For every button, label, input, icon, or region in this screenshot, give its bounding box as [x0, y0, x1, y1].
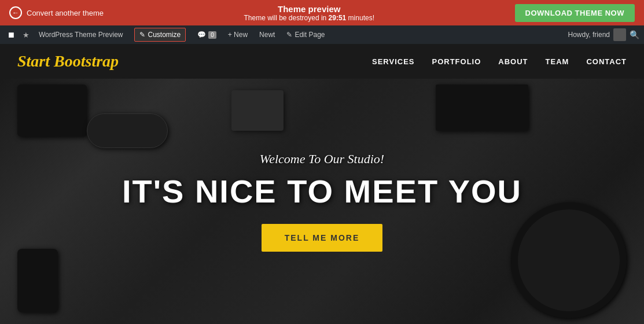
newt-item[interactable]: Newt	[255, 25, 279, 44]
site-header: Start Bootstrap SERVICES PORTFOLIO ABOUT…	[0, 44, 644, 79]
avatar[interactable]	[613, 28, 626, 41]
new-label: + New	[228, 31, 248, 39]
admin-bar: ■ ★ WordPress Theme Preview ✎ Customize …	[0, 25, 644, 44]
site-nav: SERVICES PORTFOLIO ABOUT TEAM CONTACT	[372, 57, 627, 66]
deco-book	[436, 84, 528, 131]
pencil-icon: ✎	[139, 31, 145, 39]
nav-contact[interactable]: CONTACT	[586, 57, 627, 66]
deco-bowtie	[231, 90, 284, 131]
deco-belt	[511, 203, 627, 318]
subtitle-pre: Theme will be destroyed in	[244, 14, 329, 22]
hero-subtitle: Welcome To Our Studio!	[122, 152, 522, 167]
admin-bar-left: ■ ★ WordPress Theme Preview ✎ Customize …	[5, 25, 566, 44]
comment-count: 0	[208, 31, 216, 39]
banner-left: ← Convert another theme	[9, 6, 104, 19]
subtitle-post: minutes!	[346, 14, 374, 22]
edit-icon: ✎	[286, 31, 292, 39]
top-banner: ← Convert another theme Theme preview Th…	[0, 0, 644, 25]
site-logo[interactable]: Start Bootstrap	[17, 52, 119, 71]
new-item[interactable]: + New	[223, 25, 252, 44]
deco-wallet	[17, 84, 87, 137]
deco-phone	[17, 249, 58, 312]
admin-bar-right: Howdy, friend 🔍	[568, 28, 639, 41]
nav-services[interactable]: SERVICES	[372, 57, 415, 66]
convert-label[interactable]: Convert another theme	[27, 9, 104, 17]
nav-portfolio[interactable]: PORTFOLIO	[432, 57, 481, 66]
search-icon[interactable]: 🔍	[630, 30, 639, 39]
wordpress-icon[interactable]: ■	[5, 29, 18, 41]
banner-title: Theme preview	[244, 4, 374, 14]
banner-right: DOWNLOAD THEME NOW	[515, 4, 635, 22]
hero-section: Welcome To Our Studio! IT'S NICE TO MEET…	[0, 79, 644, 324]
banner-center: Theme preview Theme will be destroyed in…	[244, 4, 374, 22]
theme-preview-label: WordPress Theme Preview	[39, 31, 123, 39]
theme-preview-item[interactable]: WordPress Theme Preview	[34, 25, 128, 44]
countdown: 29:51	[329, 14, 347, 22]
banner-subtitle: Theme will be destroyed in 29:51 minutes…	[244, 14, 374, 22]
customize-label: Customize	[148, 31, 181, 39]
nav-team[interactable]: TEAM	[546, 57, 569, 66]
site-icon[interactable]: ★	[20, 31, 32, 39]
newt-label: Newt	[259, 31, 275, 39]
comments-item[interactable]: 💬 0	[193, 25, 221, 44]
edit-page-item[interactable]: ✎ Edit Page	[282, 25, 329, 44]
edit-page-label: Edit Page	[295, 31, 325, 39]
howdy-label: Howdy, friend	[568, 31, 610, 39]
back-icon[interactable]: ←	[9, 6, 22, 19]
download-button[interactable]: DOWNLOAD THEME NOW	[515, 4, 635, 22]
hero-content: Welcome To Our Studio! IT'S NICE TO MEET…	[122, 152, 522, 252]
bubble-icon: 💬	[197, 31, 206, 39]
deco-glasses	[87, 113, 168, 148]
hero-title: IT'S NICE TO MEET YOU	[122, 172, 522, 210]
customize-button[interactable]: ✎ Customize	[134, 28, 186, 42]
customize-item[interactable]: ✎ Customize	[130, 25, 190, 44]
hero-cta-button[interactable]: TELL ME MORE	[262, 224, 383, 252]
nav-about[interactable]: ABOUT	[498, 57, 528, 66]
